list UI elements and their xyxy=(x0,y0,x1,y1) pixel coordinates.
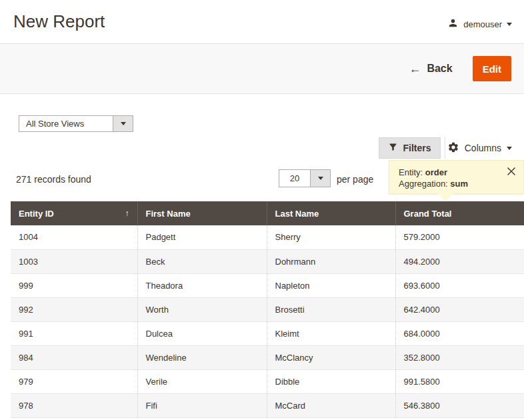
table-cell: McCard xyxy=(267,393,395,417)
table-row: 999TheadoraNapleton693.6000 xyxy=(11,273,524,297)
table-cell: 494.2000 xyxy=(395,249,524,273)
filter-tooltip: Entity: order Aggregation: sum xyxy=(389,160,524,194)
table-cell: Dibble xyxy=(267,369,395,393)
store-view-select[interactable]: All Store Views xyxy=(19,115,133,132)
table-cell: 693.6000 xyxy=(395,273,524,297)
action-band: ← Back Edit xyxy=(0,43,524,94)
entity-value: order xyxy=(425,167,447,177)
columns-button[interactable]: Columns xyxy=(447,140,512,156)
back-arrow-icon: ← xyxy=(409,63,421,75)
store-view-caret[interactable] xyxy=(113,116,133,131)
table-row: 979VerileDibble991.5800 xyxy=(11,369,524,393)
band-actions: ← Back Edit xyxy=(409,44,511,93)
column-header-entity-id[interactable]: Entity ID ↑ xyxy=(11,201,137,225)
aggregation-label: Aggregation: xyxy=(399,179,448,189)
filters-label: Filters xyxy=(403,143,431,153)
table-cell: 1004 xyxy=(11,225,137,249)
back-label: Back xyxy=(427,63,452,75)
report-grid: Entity ID ↑ First Name Last Name Grand T… xyxy=(11,201,524,418)
table-row: 992WorthBrosetti642.4000 xyxy=(11,297,524,321)
page-title: New Report xyxy=(13,11,105,32)
table-cell: 991 xyxy=(11,321,137,345)
table-cell: 979 xyxy=(11,369,137,393)
username-label: demouser xyxy=(463,19,502,29)
table-cell: Kleimt xyxy=(267,321,395,345)
sort-ascending-icon: ↑ xyxy=(125,209,129,218)
controls-divider xyxy=(445,137,445,159)
chevron-down-icon xyxy=(507,147,512,150)
table-cell: 684.0000 xyxy=(395,321,524,345)
chevron-down-icon xyxy=(121,122,126,125)
per-page-label: per page xyxy=(337,174,373,185)
filter-funnel-icon xyxy=(388,142,398,154)
back-button[interactable]: ← Back xyxy=(409,63,452,75)
table-cell: 999 xyxy=(11,273,137,297)
table-cell: Sherry xyxy=(267,225,395,249)
table-cell: Wendeline xyxy=(137,345,267,369)
table-cell: 642.4000 xyxy=(395,297,524,321)
columns-label: Columns xyxy=(465,143,501,153)
column-header-last-name[interactable]: Last Name xyxy=(267,201,395,225)
table-cell: Dulcea xyxy=(137,321,267,345)
table-cell: 579.2000 xyxy=(395,225,524,249)
table-cell: Dohrmann xyxy=(267,249,395,273)
user-icon xyxy=(447,17,459,31)
table-cell: 984 xyxy=(11,345,137,369)
new-report-page: New Report demouser ← Back Edit All Stor… xyxy=(0,0,524,420)
table-row: 1003BeckDohrmann494.2000 xyxy=(11,249,524,273)
records-found-label: 271 records found xyxy=(16,174,91,185)
table-cell: Napleton xyxy=(267,273,395,297)
table-cell: 978 xyxy=(11,393,137,417)
table-body: 1004PadgettSherry579.20001003BeckDohrman… xyxy=(11,225,524,417)
table-row: 991DulceaKleimt684.0000 xyxy=(11,321,524,345)
column-header-label: Last Name xyxy=(275,209,319,219)
table-cell: 546.3800 xyxy=(395,393,524,417)
table-cell: Theadora xyxy=(137,273,267,297)
close-icon[interactable] xyxy=(507,167,516,176)
per-page-value: 20 xyxy=(279,170,310,187)
column-header-first-name[interactable]: First Name xyxy=(137,201,267,225)
table-cell: 991.5800 xyxy=(395,369,524,393)
store-view-value: All Store Views xyxy=(19,116,113,131)
page-header: New Report demouser xyxy=(0,0,524,43)
table-cell: Fifi xyxy=(137,393,267,417)
per-page-select[interactable]: 20 xyxy=(279,169,331,187)
table-cell: Padgett xyxy=(137,225,267,249)
table-cell: McClancy xyxy=(267,345,395,369)
table-cell: 352.8000 xyxy=(395,345,524,369)
chevron-down-icon xyxy=(318,177,323,180)
aggregation-value: sum xyxy=(450,179,468,189)
table-row: 1004PadgettSherry579.2000 xyxy=(11,225,524,249)
column-header-label: Grand Total xyxy=(404,209,452,219)
gear-icon xyxy=(447,141,459,155)
per-page-caret[interactable] xyxy=(310,170,330,187)
table-cell: 1003 xyxy=(11,249,137,273)
tooltip-aggregation-line: Aggregation: sum xyxy=(399,178,515,189)
filters-button[interactable]: Filters xyxy=(379,137,441,159)
table-cell: Brosetti xyxy=(267,297,395,321)
table-cell: Verile xyxy=(137,369,267,393)
edit-button[interactable]: Edit xyxy=(473,56,511,81)
table-cell: Beck xyxy=(137,249,267,273)
tooltip-entity-line: Entity: order xyxy=(399,167,515,178)
table-row: 978FifiMcCard546.3800 xyxy=(11,393,524,417)
column-header-label: First Name xyxy=(146,209,191,219)
user-menu[interactable]: demouser xyxy=(447,17,512,31)
entity-label: Entity: xyxy=(399,167,423,177)
table-cell: 992 xyxy=(11,297,137,321)
column-header-grand-total[interactable]: Grand Total xyxy=(395,201,524,225)
tooltip-arrow xyxy=(437,193,453,201)
table-cell: Worth xyxy=(137,297,267,321)
column-header-label: Entity ID xyxy=(19,209,54,219)
table-header-row: Entity ID ↑ First Name Last Name Grand T… xyxy=(11,201,524,225)
chevron-down-icon xyxy=(507,23,512,26)
table-row: 984WendelineMcClancy352.8000 xyxy=(11,345,524,369)
